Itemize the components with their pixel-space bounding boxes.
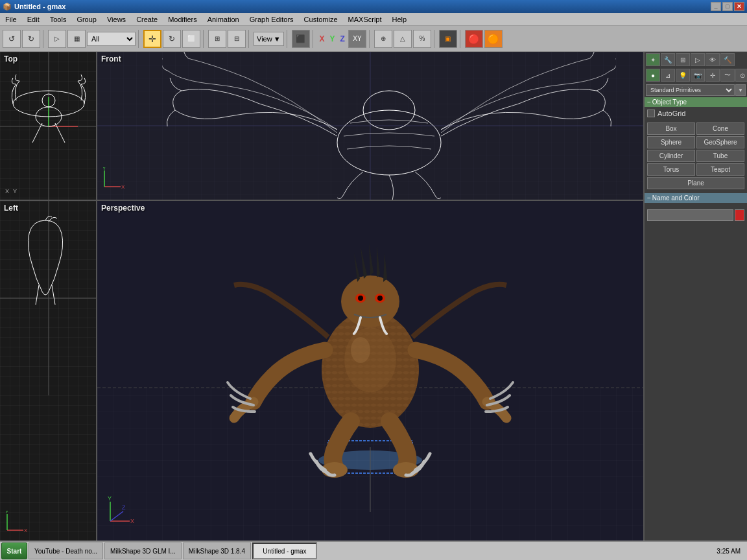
quick-render-button[interactable]: 🔴 — [465, 30, 483, 48]
taskbar-milkshape-glm-item[interactable]: MilkShape 3D GLM I... — [104, 542, 182, 559]
render-scene-button[interactable]: ⬛ — [292, 30, 310, 48]
geometry-btn[interactable]: ● — [646, 69, 660, 82]
display-tab-btn[interactable]: 👁 — [706, 53, 720, 66]
percent-snap-button[interactable]: % — [413, 30, 431, 48]
hierarchy-tab-btn[interactable]: ⊞ — [676, 53, 690, 66]
right-panel-second-icons: ● ⊿ 💡 📷 ✛ 〜 ⊙ — [645, 67, 747, 83]
object-type-header: − Object Type — [645, 97, 747, 107]
cylinder-button[interactable]: Cylinder — [647, 150, 695, 162]
geosphere-button[interactable]: GeoSphere — [696, 136, 744, 148]
menu-edit[interactable]: Edit — [22, 13, 45, 25]
create-tab-btn[interactable]: ✦ — [646, 53, 660, 66]
cameras-btn[interactable]: 📷 — [691, 69, 705, 82]
redo-button[interactable]: ↻ — [22, 30, 40, 48]
maximize-button[interactable]: □ — [722, 2, 733, 11]
xy-button[interactable]: XY — [348, 30, 366, 48]
snap-toggle-button[interactable]: ⊕ — [374, 30, 392, 48]
menu-file[interactable]: File — [0, 13, 22, 25]
toolbar-sep4 — [248, 30, 251, 48]
menu-views[interactable]: Views — [102, 13, 131, 25]
svg-marker-39 — [369, 243, 374, 275]
title-bar-controls[interactable]: _ □ ✕ — [711, 2, 744, 11]
z-axis-label: Z — [338, 34, 347, 43]
undo-button[interactable]: ↺ — [3, 30, 21, 48]
angle-snap-button[interactable]: △ — [394, 30, 412, 48]
object-type-label: Object Type — [652, 99, 687, 106]
selection-filter-dropdown[interactable]: All Geometry Lights — [87, 32, 136, 46]
sphere-button[interactable]: Sphere — [647, 136, 695, 148]
primitive-type-dropdown[interactable]: Standard Primitives — [646, 84, 735, 96]
right-panel: ✦ 🔧 ⊞ ▷ 👁 🔨 ● ⊿ 💡 📷 ✛ 〜 ⊙ Standard Primi… — [643, 52, 747, 541]
menu-animation[interactable]: Animation — [202, 13, 244, 25]
svg-text:X: X — [121, 184, 125, 190]
view-dropdown[interactable]: View ▼ — [254, 32, 284, 46]
left-creature-silhouette — [13, 214, 78, 311]
left-viewport[interactable]: Left — [0, 201, 96, 541]
svg-text:X: X — [24, 528, 27, 533]
color-swatch-button[interactable] — [735, 209, 744, 221]
front-viewport-label: Front — [101, 54, 121, 64]
menu-graph-editors[interactable]: Graph Editors — [244, 13, 299, 25]
teapot-button[interactable]: Teapot — [696, 163, 744, 176]
menu-modifiers[interactable]: Modifiers — [163, 13, 202, 25]
lights-btn[interactable]: 💡 — [676, 69, 690, 82]
window-title: Untitled - gmax — [14, 3, 65, 10]
section-collapse-icon[interactable]: − — [647, 99, 651, 106]
left-axis-indicator: X Y — [4, 511, 27, 534]
select-move-button[interactable]: ✛ — [143, 30, 161, 48]
svg-point-45 — [358, 296, 363, 301]
motion-tab-btn[interactable]: ▷ — [691, 53, 705, 66]
align-button[interactable]: ⊟ — [228, 30, 246, 48]
autogrid-label: AutoGrid — [658, 110, 685, 117]
scale-button[interactable]: ⬜ — [182, 30, 200, 48]
svg-text:X: X — [130, 518, 134, 524]
object-name-input[interactable] — [647, 209, 733, 221]
toolbar-sep8 — [434, 30, 436, 48]
front-viewport[interactable]: Front — [97, 52, 643, 201]
main-layout: Top — [0, 52, 747, 541]
autogrid-checkbox[interactable] — [647, 110, 655, 117]
name-color-row — [645, 207, 747, 224]
cone-button[interactable]: Cone — [696, 122, 744, 135]
right-panel-top-icons: ✦ 🔧 ⊞ ▷ 👁 🔨 — [645, 52, 747, 67]
torus-button[interactable]: Torus — [647, 163, 695, 176]
mat-editor-button[interactable]: 🟠 — [484, 30, 503, 48]
name-section-collapse-icon[interactable]: − — [647, 194, 651, 202]
select-object-button[interactable]: ▷ — [48, 30, 66, 48]
view-label: View — [257, 35, 272, 43]
start-button[interactable]: Start — [1, 542, 27, 559]
box-button[interactable]: Box — [647, 122, 695, 135]
menu-customize[interactable]: Customize — [299, 13, 343, 25]
view-arrow-icon: ▼ — [274, 35, 281, 43]
close-button[interactable]: ✕ — [734, 2, 744, 11]
svg-point-9 — [42, 94, 55, 107]
taskbar-milkshape-item[interactable]: MilkShape 3D 1.8.4 — [183, 542, 251, 559]
menu-create[interactable]: Create — [131, 13, 163, 25]
spacewarps-btn[interactable]: 〜 — [720, 69, 735, 82]
taskbar-youtube-item[interactable]: YouTube - Death no... — [29, 542, 103, 559]
perspective-axis-indicator: X Y Z — [104, 495, 136, 528]
top-viewport[interactable]: Top — [0, 52, 96, 201]
dropdown-arrow-icon[interactable]: ▼ — [735, 84, 746, 96]
mirror-button[interactable]: ⊞ — [208, 30, 226, 48]
menu-help[interactable]: Help — [387, 13, 412, 25]
rotate-button[interactable]: ↻ — [163, 30, 181, 48]
toolbar-sep7 — [369, 30, 372, 48]
utilities-tab-btn[interactable]: 🔨 — [720, 53, 735, 66]
svg-line-14 — [52, 285, 55, 305]
render-type-button[interactable]: ▣ — [439, 30, 457, 48]
helpers-btn[interactable]: ✛ — [706, 69, 720, 82]
perspective-viewport[interactable]: Perspective — [97, 201, 643, 541]
systems-btn[interactable]: ⊙ — [735, 69, 747, 82]
menu-maxscript[interactable]: MAXScript — [343, 13, 387, 25]
taskbar-gmax-item[interactable]: Untitled - gmax — [252, 542, 317, 559]
select-by-name-button[interactable]: ▦ — [67, 30, 86, 48]
toolbar-sep6 — [313, 30, 315, 48]
tube-button[interactable]: Tube — [696, 150, 744, 162]
modify-tab-btn[interactable]: 🔧 — [661, 53, 675, 66]
menu-tools[interactable]: Tools — [45, 13, 72, 25]
minimize-button[interactable]: _ — [711, 2, 721, 11]
shapes-btn[interactable]: ⊿ — [661, 69, 675, 82]
menu-group[interactable]: Group — [71, 13, 102, 25]
plane-button[interactable]: Plane — [647, 177, 744, 189]
